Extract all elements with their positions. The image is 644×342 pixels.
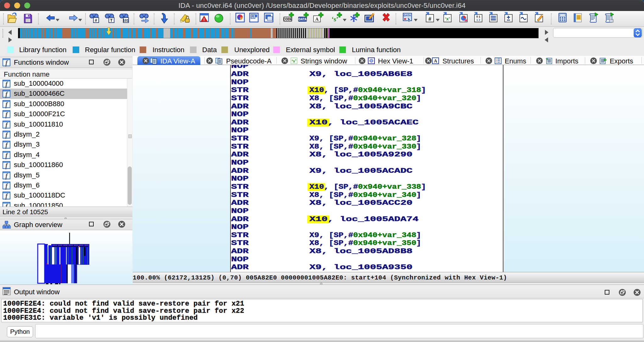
- svg-text:#: #: [429, 16, 431, 22]
- svg-text:‘s’: ‘s’: [291, 58, 297, 63]
- svg-text:T: T: [110, 18, 113, 23]
- svg-text:‘s’: ‘s’: [331, 16, 338, 23]
- svg-text:#: #: [95, 18, 97, 23]
- svg-text:DATA: DATA: [298, 18, 307, 21]
- svg-text:!: !: [203, 17, 205, 22]
- svg-text:0 1: 0 1: [476, 15, 480, 18]
- svg-text:A: A: [315, 17, 319, 22]
- svg-text:CODE: CODE: [283, 18, 292, 21]
- svg-text:1 2: 1 2: [476, 18, 480, 21]
- svg-text:R: R: [252, 14, 254, 19]
- svg-text:101: 101: [123, 19, 129, 22]
- svg-text:DATA: DATA: [403, 14, 411, 17]
- svg-text:‘x’: ‘x’: [445, 16, 450, 21]
- svg-text:A: A: [434, 58, 437, 63]
